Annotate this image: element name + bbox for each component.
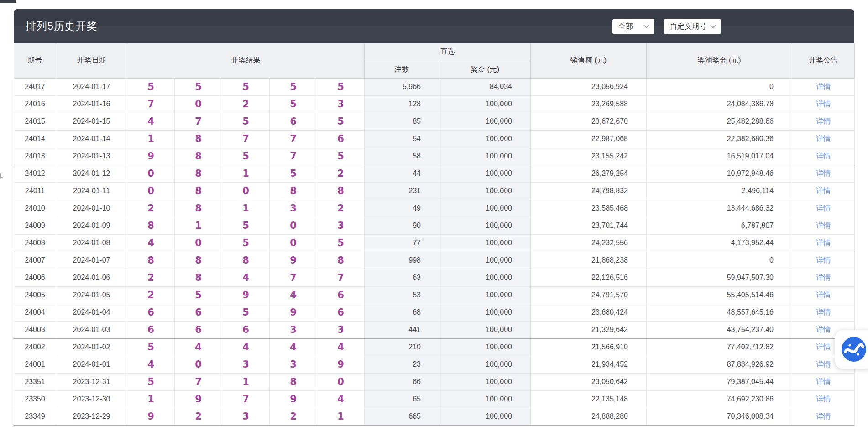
detail-link[interactable]: 详情 [816,378,831,385]
pool-cell: 10,972,948.46 [647,165,792,182]
detail-link[interactable]: 详情 [816,169,831,177]
issue-filter-dropdown[interactable]: 自定义期号 [664,19,721,34]
date-cell: 2023-12-29 [56,408,127,425]
result-digit-1: 0 [127,182,175,200]
date-cell: 2024-01-14 [56,130,127,148]
window-corner-fragment [0,0,16,3]
pool-cell: 55,405,514.46 [647,286,792,304]
sales-cell: 24,798,832 [531,182,647,200]
detail-link[interactable]: 详情 [816,274,831,281]
filter-controls: 全部 自定义期号 [612,19,721,34]
pool-cell: 4,173,952.44 [647,234,792,252]
date-cell: 2024-01-03 [56,321,127,338]
prize-cell: 100,000 [439,286,531,304]
pool-cell: 25,482,288.66 [647,113,792,130]
result-digit-2: 8 [175,182,222,200]
result-digit-4: 5 [270,95,317,113]
detail-link[interactable]: 详情 [816,395,831,403]
result-digit-2: 2 [175,408,222,425]
result-digit-2: 9 [175,390,222,408]
detail-link[interactable]: 详情 [816,221,831,229]
result-digit-5: 1 [317,408,365,425]
result-digit-1: 0 [127,165,175,182]
detail-link[interactable]: 详情 [816,360,831,368]
issue-cell: 24002 [14,338,56,356]
detail-link[interactable]: 详情 [816,343,831,351]
detail-link[interactable]: 详情 [816,187,831,195]
result-digit-4: 3 [270,200,317,217]
table-header: 期号 开奖日期 开奖结果 直选 销售额 (元) 奖池奖金 (元) 开奖公告 注数… [14,43,855,78]
result-digit-3: 1 [222,200,270,217]
date-cell: 2024-01-08 [56,234,127,252]
prize-cell: 100,000 [439,373,531,390]
detail-link[interactable]: 详情 [816,256,831,264]
issue-cell: 24006 [14,269,56,286]
result-digit-2: 0 [175,356,222,373]
sales-cell: 21,329,642 [531,321,647,338]
detail-link[interactable]: 详情 [816,135,831,142]
date-cell: 2023-12-31 [56,373,127,390]
prize-cell: 100,000 [439,338,531,356]
result-digit-5: 4 [317,338,365,356]
table-row: 24006 2024-01-06 2 8 4 7 7 63 100,000 22… [14,269,855,286]
result-digit-4: 6 [270,113,317,130]
left-edge-artifact [0,172,3,179]
prize-cell: 100,000 [439,234,531,252]
detail-link[interactable]: 详情 [816,412,831,420]
result-digit-2: 8 [175,269,222,286]
result-digit-4: 4 [270,338,317,356]
table-row: 24016 2024-01-16 7 0 2 5 3 128 100,000 2… [14,95,855,113]
sales-cell: 22,987,068 [531,130,647,148]
pool-cell: 70,346,008.34 [647,408,792,425]
pool-cell: 79,387,045.44 [647,373,792,390]
service-logo-icon [841,336,867,363]
detail-link[interactable]: 详情 [816,100,831,108]
result-digit-5: 8 [317,182,365,200]
detail-link[interactable]: 详情 [816,117,831,125]
detail-link[interactable]: 详情 [816,152,831,160]
range-filter-dropdown[interactable]: 全部 [612,19,654,34]
result-digit-5: 5 [317,78,365,95]
result-digit-2: 8 [175,148,222,165]
result-digit-4: 9 [270,252,317,269]
date-cell: 2024-01-15 [56,113,127,130]
result-digit-2: 7 [175,113,222,130]
table-row: 24014 2024-01-14 1 8 7 7 6 54 100,000 22… [14,130,855,148]
col-header-pool: 奖池奖金 (元) [647,43,792,78]
result-digit-1: 6 [127,321,175,338]
result-digit-3: 7 [222,390,270,408]
table-row: 24001 2024-01-01 4 0 3 3 9 23 100,000 21… [14,356,855,373]
notice-cell: 详情 [792,165,855,182]
prize-cell: 100,000 [439,390,531,408]
result-digit-2: 5 [175,78,222,95]
prize-cell: 100,000 [439,304,531,321]
result-digit-2: 5 [175,286,222,304]
prize-cell: 100,000 [439,252,531,269]
result-digit-1: 2 [127,200,175,217]
result-digit-5: 8 [317,252,365,269]
result-digit-3: 3 [222,408,270,425]
result-digit-4: 0 [270,217,317,234]
detail-link[interactable]: 详情 [816,204,831,212]
detail-link[interactable]: 详情 [816,326,831,333]
issue-cell: 23351 [14,373,56,390]
detail-link[interactable]: 详情 [816,83,831,90]
detail-link[interactable]: 详情 [816,291,831,299]
table-row: 24015 2024-01-15 4 7 5 6 5 85 100,000 23… [14,113,855,130]
result-digit-2: 0 [175,95,222,113]
detail-link[interactable]: 详情 [816,239,831,247]
detail-link[interactable]: 详情 [816,308,831,316]
pool-cell: 48,557,645.16 [647,304,792,321]
date-cell: 2024-01-16 [56,95,127,113]
result-digit-1: 2 [127,286,175,304]
result-digit-3: 5 [222,78,270,95]
issue-cell: 24009 [14,217,56,234]
customer-service-float-button[interactable] [835,330,868,369]
issue-cell: 23350 [14,390,56,408]
bets-cell: 77 [365,234,439,252]
date-cell: 2024-01-17 [56,78,127,95]
result-digit-1: 5 [127,373,175,390]
result-digit-3: 0 [222,182,270,200]
table-row: 24007 2024-01-07 8 8 8 9 8 998 100,000 2… [14,252,855,269]
result-digit-3: 8 [222,252,270,269]
